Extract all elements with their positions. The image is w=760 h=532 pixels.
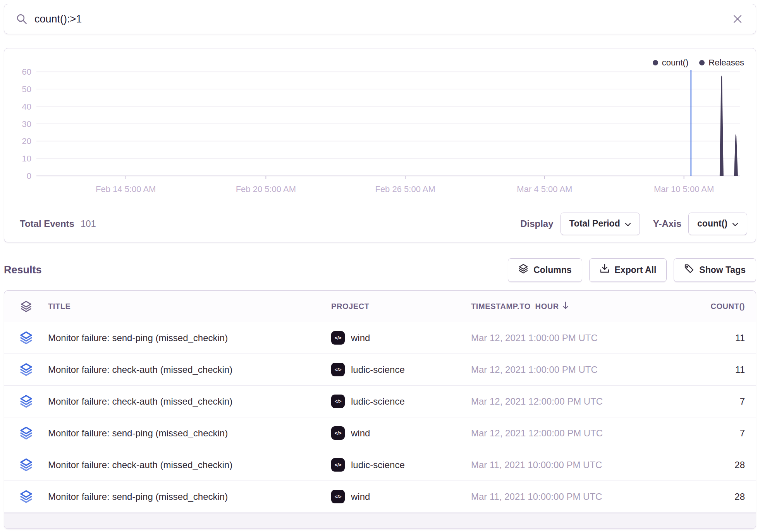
table-row: Monitor failure: send-ping (missed_check…	[4, 322, 756, 354]
sort-desc-icon	[562, 301, 569, 312]
column-header-count[interactable]: COUNT()	[672, 302, 756, 311]
columns-button-label: Columns	[533, 265, 571, 275]
columns-button[interactable]: Columns	[508, 258, 582, 282]
project-platform-icon: </>	[331, 331, 345, 345]
count-legend-dot	[653, 60, 658, 65]
display-label: Display	[520, 218, 553, 229]
count-cell: 11	[672, 364, 756, 375]
project-cell[interactable]: </>ludic-science	[331, 458, 471, 472]
event-title-link[interactable]: Monitor failure: send-ping (missed_check…	[48, 491, 331, 502]
chart-footer: Total Events 101 Display Total Period Y-…	[4, 205, 756, 242]
project-cell[interactable]: </>ludic-science	[331, 363, 471, 376]
project-cell[interactable]: </>ludic-science	[331, 395, 471, 408]
project-platform-icon: </>	[331, 426, 345, 440]
project-cell[interactable]: </>wind	[331, 426, 471, 440]
count-cell: 7	[672, 428, 756, 439]
results-header: Results Columns Export All	[4, 257, 756, 283]
tag-icon	[684, 264, 694, 276]
close-icon[interactable]	[731, 12, 744, 26]
svg-text:20: 20	[22, 136, 31, 146]
releases-legend-dot	[699, 60, 705, 65]
total-events-value: 101	[81, 218, 96, 229]
results-table-panel: TITLE PROJECT TIMESTAMP.TO_HOUR COUNT() …	[4, 290, 756, 529]
legend-label: count()	[662, 58, 688, 68]
count-cell: 28	[672, 460, 756, 470]
events-chart-panel: 0102030405060Feb 14 5:00 AMFeb 20 5:00 A…	[4, 48, 756, 242]
legend-item-count[interactable]: count()	[653, 58, 688, 68]
show-tags-button[interactable]: Show Tags	[674, 258, 756, 282]
event-stack-icon[interactable]	[4, 458, 48, 472]
chevron-down-icon	[732, 218, 738, 229]
table-row: Monitor failure: send-ping (missed_check…	[4, 417, 756, 449]
svg-text:30: 30	[22, 119, 31, 129]
event-title-link[interactable]: Monitor failure: check-auth (missed_chec…	[48, 460, 331, 470]
table-footer	[4, 513, 756, 529]
svg-text:10: 10	[22, 154, 31, 163]
event-stack-icon[interactable]	[4, 395, 48, 408]
svg-text:Feb 26 5:00 AM: Feb 26 5:00 AM	[375, 184, 435, 194]
results-title: Results	[4, 264, 42, 276]
count-cell: 28	[672, 491, 756, 502]
search-icon	[16, 13, 28, 25]
chart-legend: count() Releases	[653, 58, 744, 68]
yaxis-dropdown[interactable]: count()	[688, 213, 747, 235]
download-icon	[600, 264, 610, 276]
search-bar	[4, 4, 756, 34]
project-cell[interactable]: </>wind	[331, 331, 471, 345]
svg-text:Feb 20 5:00 AM: Feb 20 5:00 AM	[236, 184, 296, 194]
project-platform-icon: </>	[331, 458, 345, 472]
event-title-link[interactable]: Monitor failure: send-ping (missed_check…	[48, 333, 331, 343]
count-cell: 7	[672, 396, 756, 407]
event-stack-icon[interactable]	[4, 363, 48, 376]
timestamp-cell: Mar 12, 2021 12:00:00 PM UTC	[471, 396, 672, 407]
column-header-timestamp[interactable]: TIMESTAMP.TO_HOUR	[471, 301, 672, 312]
legend-label: Releases	[708, 58, 744, 68]
export-all-button[interactable]: Export All	[589, 258, 667, 282]
chevron-down-icon	[625, 218, 631, 229]
project-name: wind	[351, 491, 370, 502]
event-stack-icon[interactable]	[4, 426, 48, 440]
total-events-label: Total Events	[20, 218, 74, 229]
column-header-project[interactable]: PROJECT	[331, 302, 471, 311]
export-all-button-label: Export All	[615, 265, 657, 275]
project-name: wind	[351, 428, 370, 439]
event-title-link[interactable]: Monitor failure: check-auth (missed_chec…	[48, 364, 331, 375]
event-stack-icon[interactable]	[4, 331, 48, 345]
search-input[interactable]	[34, 13, 731, 25]
table-header-row: TITLE PROJECT TIMESTAMP.TO_HOUR COUNT()	[4, 291, 756, 322]
event-stack-icon[interactable]	[4, 490, 48, 503]
legend-item-releases[interactable]: Releases	[699, 58, 744, 68]
svg-text:Feb 14 5:00 AM: Feb 14 5:00 AM	[96, 184, 156, 194]
table-row: Monitor failure: check-auth (missed_chec…	[4, 449, 756, 481]
svg-text:Mar 4 5:00 AM: Mar 4 5:00 AM	[517, 184, 572, 194]
svg-text:0: 0	[27, 171, 31, 181]
timestamp-cell: Mar 11, 2021 10:00:00 PM UTC	[471, 460, 672, 470]
project-platform-icon: </>	[331, 363, 345, 376]
svg-text:40: 40	[22, 102, 31, 112]
table-row: Monitor failure: check-auth (missed_chec…	[4, 354, 756, 386]
display-dropdown[interactable]: Total Period	[561, 213, 640, 235]
timestamp-cell: Mar 12, 2021 12:00:00 PM UTC	[471, 428, 672, 439]
svg-text:Mar 10 5:00 AM: Mar 10 5:00 AM	[654, 184, 714, 194]
project-name: ludic-science	[351, 396, 405, 407]
events-chart[interactable]: 0102030405060Feb 14 5:00 AMFeb 20 5:00 A…	[4, 48, 755, 205]
svg-text:60: 60	[22, 67, 31, 77]
column-header-title[interactable]: TITLE	[48, 302, 331, 311]
display-dropdown-value: Total Period	[569, 218, 620, 229]
table-row: Monitor failure: check-auth (missed_chec…	[4, 386, 756, 417]
project-platform-icon: </>	[331, 490, 345, 503]
yaxis-dropdown-value: count()	[697, 218, 727, 229]
event-title-link[interactable]: Monitor failure: check-auth (missed_chec…	[48, 396, 331, 407]
project-name: wind	[351, 333, 370, 343]
event-title-link[interactable]: Monitor failure: send-ping (missed_check…	[48, 428, 331, 439]
project-cell[interactable]: </>wind	[331, 490, 471, 503]
svg-text:50: 50	[22, 84, 31, 94]
project-name: ludic-science	[351, 364, 405, 375]
stack-icon	[4, 300, 48, 312]
show-tags-button-label: Show Tags	[699, 265, 746, 275]
timestamp-cell: Mar 12, 2021 1:00:00 PM UTC	[471, 333, 672, 343]
yaxis-label: Y-Axis	[653, 218, 681, 229]
project-name: ludic-science	[351, 460, 405, 470]
count-cell: 11	[672, 333, 756, 343]
table-body: Monitor failure: send-ping (missed_check…	[4, 322, 756, 513]
